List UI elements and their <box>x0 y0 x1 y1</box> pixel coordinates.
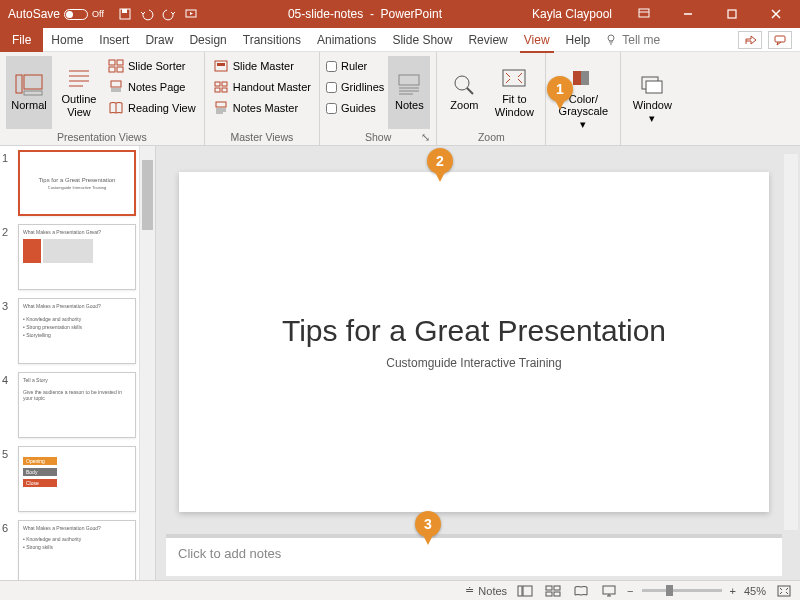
tab-home[interactable]: Home <box>43 28 91 52</box>
handout-master-button[interactable]: Handout Master <box>211 77 313 97</box>
canvas-scrollbar[interactable] <box>784 154 798 530</box>
maximize-button[interactable] <box>712 0 752 28</box>
notes-page-icon <box>108 80 124 94</box>
tab-draw[interactable]: Draw <box>137 28 181 52</box>
thumbnail-6[interactable]: 6What Makes a Presentation Good?• Knowle… <box>2 520 137 580</box>
svg-rect-28 <box>646 81 662 93</box>
slide-title[interactable]: Tips for a Great Presentation <box>282 314 666 348</box>
close-button[interactable] <box>756 0 796 28</box>
svg-rect-14 <box>111 81 121 87</box>
thumbnail-1[interactable]: 1Tips for a Great PresentationCustomguid… <box>2 150 137 216</box>
svg-rect-25 <box>573 71 581 85</box>
svg-rect-20 <box>222 88 227 92</box>
callout-3: 3 <box>415 511 441 545</box>
fit-slide-status-icon[interactable] <box>774 583 794 599</box>
comments-button[interactable] <box>768 31 792 49</box>
slide-sorter-icon <box>108 59 124 73</box>
slide-subtitle[interactable]: Customguide Interactive Training <box>386 356 561 370</box>
reading-view-button[interactable]: Reading View <box>106 98 198 118</box>
svg-rect-3 <box>639 9 649 17</box>
undo-icon[interactable] <box>140 7 154 21</box>
zoom-in-button[interactable]: + <box>730 585 736 597</box>
svg-rect-21 <box>216 102 226 107</box>
svg-rect-4 <box>728 10 736 18</box>
guides-checkbox[interactable]: Guides <box>326 98 384 118</box>
color-grayscale-icon <box>569 67 597 91</box>
fit-window-icon <box>500 67 528 91</box>
tab-review[interactable]: Review <box>460 28 515 52</box>
svg-rect-19 <box>215 88 220 92</box>
slide-canvas[interactable]: Tips for a Great Presentation Customguid… <box>166 154 782 530</box>
outline-view-icon <box>65 67 93 91</box>
tell-me-search[interactable]: Tell me <box>604 33 660 47</box>
group-window: Window ▾ <box>621 52 683 145</box>
outline-view-button[interactable]: Outline View <box>56 56 102 129</box>
title-bar: AutoSave Off 05-slide-notes - PowerPoint… <box>0 0 800 28</box>
start-slideshow-icon[interactable] <box>184 7 198 21</box>
tab-animations[interactable]: Animations <box>309 28 384 52</box>
fit-to-window-button[interactable]: Fit to Window <box>489 56 539 129</box>
slide-sorter-button[interactable]: Slide Sorter <box>106 56 198 76</box>
thumbnail-3[interactable]: 3What Makes a Presentation Good?• Knowle… <box>2 298 137 364</box>
notes-master-icon <box>213 101 229 115</box>
thumbnail-4[interactable]: 4Tell a StoryGive the audience a reason … <box>2 372 137 438</box>
share-button[interactable] <box>738 31 762 49</box>
svg-rect-13 <box>117 67 123 72</box>
svg-rect-8 <box>24 75 42 89</box>
tab-insert[interactable]: Insert <box>91 28 137 52</box>
svg-rect-1 <box>122 9 127 13</box>
svg-rect-16 <box>217 63 225 66</box>
redo-icon[interactable] <box>162 7 176 21</box>
notes-pane[interactable]: Click to add notes <box>166 538 782 576</box>
ribbon-options-icon[interactable] <box>624 0 664 28</box>
main-area: 1Tips for a Great PresentationCustomguid… <box>0 146 800 580</box>
thumbnail-2[interactable]: 2What Makes a Presentation Great? <box>2 224 137 290</box>
svg-rect-11 <box>117 60 123 65</box>
callout-1: 1 <box>547 76 573 110</box>
zoom-button[interactable]: Zoom <box>443 56 485 129</box>
window-icon <box>638 73 666 97</box>
notes-button[interactable]: Notes <box>388 56 430 129</box>
window-button[interactable]: Window ▾ <box>627 56 677 141</box>
user-name[interactable]: Kayla Claypool <box>532 7 612 21</box>
thumbnail-5[interactable]: 5OpeningBodyClose <box>2 446 137 512</box>
svg-point-23 <box>455 76 469 90</box>
svg-rect-35 <box>603 586 615 594</box>
save-icon[interactable] <box>118 7 132 21</box>
notes-page-button[interactable]: Notes Page <box>106 77 198 97</box>
zoom-icon <box>450 73 478 97</box>
normal-view-status-icon[interactable] <box>515 583 535 599</box>
group-zoom: Zoom Fit to Window Zoom <box>437 52 546 145</box>
svg-rect-29 <box>518 586 522 596</box>
zoom-out-button[interactable]: − <box>627 585 633 597</box>
notes-master-button[interactable]: Notes Master <box>211 98 313 118</box>
gridlines-checkbox[interactable]: Gridlines <box>326 77 384 97</box>
tab-help[interactable]: Help <box>558 28 599 52</box>
notes-toggle[interactable]: ≐ Notes <box>465 584 507 597</box>
svg-rect-12 <box>109 67 115 72</box>
slideshow-status-icon[interactable] <box>599 583 619 599</box>
group-master-views: Slide Master Handout Master Notes Master… <box>205 52 320 145</box>
tab-file[interactable]: File <box>0 28 43 52</box>
minimize-button[interactable] <box>668 0 708 28</box>
zoom-slider[interactable] <box>642 589 722 592</box>
slide-sorter-status-icon[interactable] <box>543 583 563 599</box>
autosave-toggle[interactable]: AutoSave Off <box>8 7 104 21</box>
show-launcher-icon[interactable]: ⤡ <box>420 131 430 141</box>
reading-view-status-icon[interactable] <box>571 583 591 599</box>
window-title: 05-slide-notes - PowerPoint <box>198 7 532 21</box>
group-show: Ruler Gridlines Guides Notes Show⤡ <box>320 52 437 145</box>
slide-master-button[interactable]: Slide Master <box>211 56 313 76</box>
ruler-checkbox[interactable]: Ruler <box>326 56 384 76</box>
tab-slideshow[interactable]: Slide Show <box>384 28 460 52</box>
zoom-percentage[interactable]: 45% <box>744 585 766 597</box>
normal-view-button[interactable]: Normal <box>6 56 52 129</box>
svg-rect-32 <box>554 586 560 590</box>
tab-view[interactable]: View <box>516 28 558 52</box>
thumbnail-scrollbar[interactable] <box>139 146 155 580</box>
callout-2: 2 <box>427 148 453 182</box>
tab-transitions[interactable]: Transitions <box>235 28 309 52</box>
svg-rect-6 <box>775 36 785 42</box>
slide: Tips for a Great Presentation Customguid… <box>179 172 769 512</box>
tab-design[interactable]: Design <box>181 28 234 52</box>
